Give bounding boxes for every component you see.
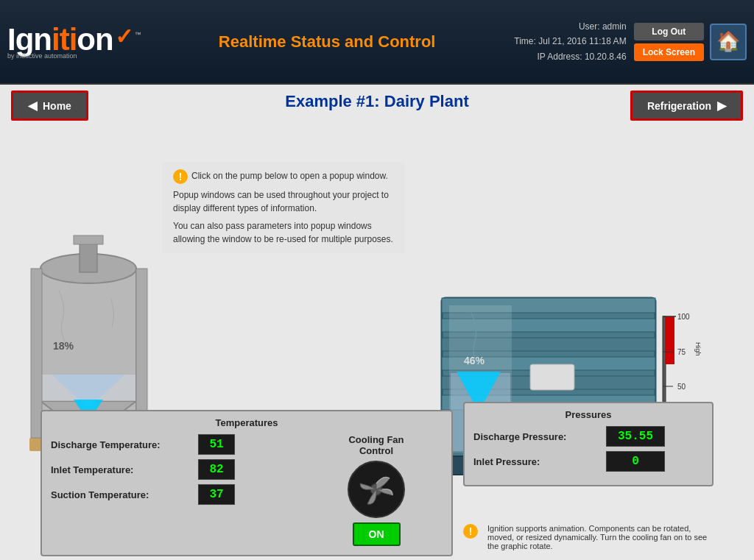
top-buttons: Log Out Lock Screen <box>634 23 704 61</box>
logout-button[interactable]: Log Out <box>634 23 704 40</box>
animation-note-icon: ! <box>463 524 478 539</box>
info-box: ! Click on the pump below to open a popu… <box>162 162 405 253</box>
suction-temp-display: 37 <box>198 484 235 505</box>
inlet-pressure-label: Inlet Pressure: <box>473 456 606 467</box>
time-label: Time: Jul 21, 2016 11:18 AM <box>514 34 626 49</box>
discharge-temp-row: Discharge Temperature: 51 <box>51 434 295 455</box>
discharge-temp-label: Discharge Temperature: <box>51 439 198 450</box>
temperatures-panel: Temperatures Discharge Temperature: 51 I… <box>40 410 453 556</box>
svg-text:75: 75 <box>677 348 686 356</box>
info-line1: Click on the pump below to open a popup … <box>191 169 388 182</box>
right-arrow-icon: ▶ <box>717 99 726 113</box>
inlet-temp-display: 82 <box>198 459 235 480</box>
home-nav-label: Home <box>43 100 71 112</box>
inlet-pressure-value: 0 <box>632 455 639 468</box>
logo-area: Ignition ✓ ™ by inductive automation <box>7 24 140 60</box>
suction-temp-label: Suction Temperature: <box>51 489 198 500</box>
fan-label: Cooling FanControl <box>348 434 404 456</box>
svg-text:High: High <box>694 342 702 356</box>
temperatures-title: Temperatures <box>51 417 443 428</box>
inlet-temp-value: 82 <box>209 463 223 476</box>
discharge-pressure-label: Discharge Pressure: <box>473 431 606 442</box>
animation-note-text: Ignition supports animation. Components … <box>487 524 714 550</box>
app-title: Realtime Status and Control <box>140 32 514 52</box>
fan-control-area: Cooling FanControl ON <box>310 434 443 546</box>
fan-on-button[interactable]: ON <box>353 522 401 546</box>
svg-rect-38 <box>530 364 574 390</box>
logo-trademark: ™ <box>135 31 141 38</box>
animation-note: ! Ignition supports animation. Component… <box>463 520 714 554</box>
pressures-panel: Pressures Discharge Pressure: 35.55 Inle… <box>463 402 714 486</box>
svg-text:100: 100 <box>677 313 690 321</box>
tank-level-text: 18% <box>53 340 74 352</box>
info-line3: You can also pass parameters into popup … <box>173 219 394 246</box>
refrig-nav-label: Refrigeration <box>647 100 711 112</box>
logo-text: Ignition <box>7 24 113 55</box>
logo-sub: by inductive automation <box>7 52 140 60</box>
discharge-temp-value: 51 <box>209 438 223 451</box>
info-line2: Popup windows can be used throughout you… <box>173 188 394 215</box>
svg-rect-41 <box>666 316 674 364</box>
info-icon: ! <box>173 169 188 184</box>
discharge-pressure-value: 35.55 <box>618 430 653 443</box>
suction-temp-row: Suction Temperature: 37 <box>51 484 295 505</box>
inlet-pressure-display: 0 <box>606 451 665 472</box>
suction-temp-value: 37 <box>209 488 223 501</box>
ip-label: IP Address: 10.20.8.46 <box>514 49 626 64</box>
discharge-temp-display: 51 <box>198 434 235 455</box>
main-content: Example #1: Dairy Plant ◀ Home Refrigera… <box>0 85 754 560</box>
user-info: User: admin Time: Jul 21, 2016 11:18 AM … <box>514 19 626 64</box>
inlet-temp-label: Inlet Temperature: <box>51 464 198 475</box>
home-icon-button[interactable]: 🏠 <box>710 24 747 60</box>
info-line1-container: ! Click on the pump below to open a popu… <box>173 169 394 184</box>
home-icon: 🏠 <box>716 30 740 53</box>
fan-graphic[interactable] <box>347 460 406 519</box>
logo-checkmark: ✓ <box>115 24 133 49</box>
svg-rect-4 <box>74 235 103 244</box>
svg-text:50: 50 <box>677 383 686 391</box>
inlet-pressure-row: Inlet Pressure: 0 <box>473 451 703 472</box>
inlet-temp-row: Inlet Temperature: 82 <box>51 459 295 480</box>
topbar: Ignition ✓ ™ by inductive automation Rea… <box>0 0 754 85</box>
home-nav-button[interactable]: ◀ Home <box>11 91 88 121</box>
pressures-title: Pressures <box>473 409 703 420</box>
lockscreen-button[interactable]: Lock Screen <box>634 43 704 61</box>
temp-readings: Discharge Temperature: 51 Inlet Temperat… <box>51 434 295 546</box>
user-label: User: admin <box>514 19 626 34</box>
discharge-pressure-display: 35.55 <box>606 426 665 447</box>
left-arrow-icon: ◀ <box>28 99 37 113</box>
refrigeration-nav-button[interactable]: Refrigeration ▶ <box>630 91 743 121</box>
discharge-pressure-row: Discharge Pressure: 35.55 <box>473 426 703 447</box>
